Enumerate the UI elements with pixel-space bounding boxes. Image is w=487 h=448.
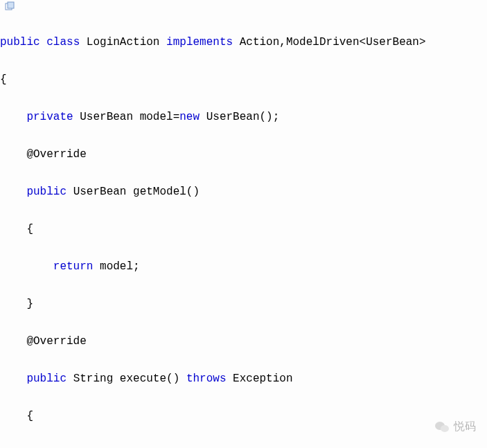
method: execute() (120, 373, 179, 385)
class-name: LoginAction (87, 36, 160, 48)
keyword-public: public (0, 36, 40, 48)
code-line: return model; (0, 258, 487, 276)
var: model= (140, 111, 180, 123)
type: String (73, 373, 114, 385)
svg-point-5 (441, 425, 449, 432)
type-list: Action,ModelDriven<UserBean> (240, 36, 426, 48)
annotation: @Override (0, 145, 487, 164)
exception: Exception (233, 373, 292, 385)
ctor: UserBean(); (206, 111, 280, 123)
keyword-public: public (26, 186, 67, 198)
override: @Override (26, 335, 86, 348)
brace: } (0, 295, 487, 314)
blank-line (0, 445, 487, 448)
code-line: public class LoginAction implements Acti… (0, 33, 487, 52)
code-line: private UserBean model=new UserBean(); (0, 108, 487, 127)
return-val: model; (100, 260, 140, 273)
wechat-icon (434, 420, 450, 434)
override: @Override (26, 148, 86, 161)
code-line: public String execute() throws Exception (0, 370, 487, 388)
keyword-implements: implements (166, 36, 233, 48)
code-block: public class LoginAction implements Acti… (0, 15, 487, 448)
watermark: 悦码 (434, 420, 476, 434)
watermark-text: 悦码 (454, 420, 476, 434)
keyword-public: public (26, 373, 67, 385)
code-line: public UserBean getModel() (0, 183, 487, 201)
brace: { (0, 220, 487, 239)
brace: { (0, 71, 487, 89)
annotation: @Override (0, 332, 487, 351)
svg-rect-1 (8, 2, 14, 8)
copy-icon-top[interactable] (4, 1, 15, 11)
keyword-private: private (26, 111, 73, 123)
type: UserBean (80, 111, 133, 123)
keyword-class: class (46, 36, 80, 48)
keyword-return: return (53, 260, 94, 273)
brace: { (0, 407, 487, 426)
keyword-new: new (179, 111, 200, 123)
method: getModel() (133, 186, 200, 198)
keyword-throws: throws (186, 373, 227, 385)
type: UserBean (73, 186, 127, 198)
